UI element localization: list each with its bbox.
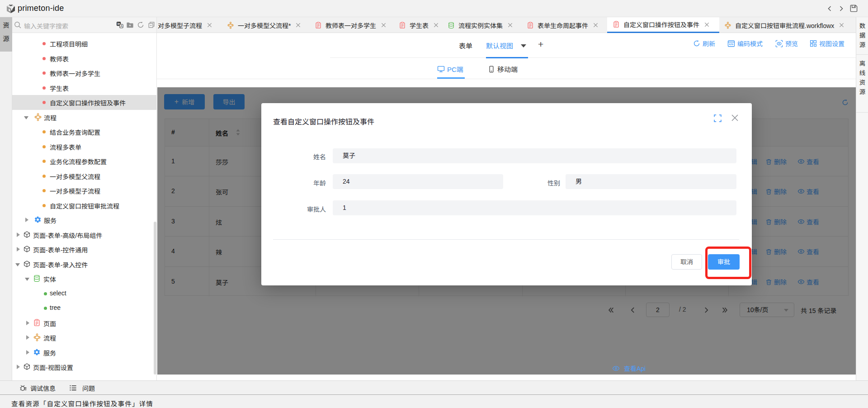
svg-text:A: A	[120, 24, 123, 28]
